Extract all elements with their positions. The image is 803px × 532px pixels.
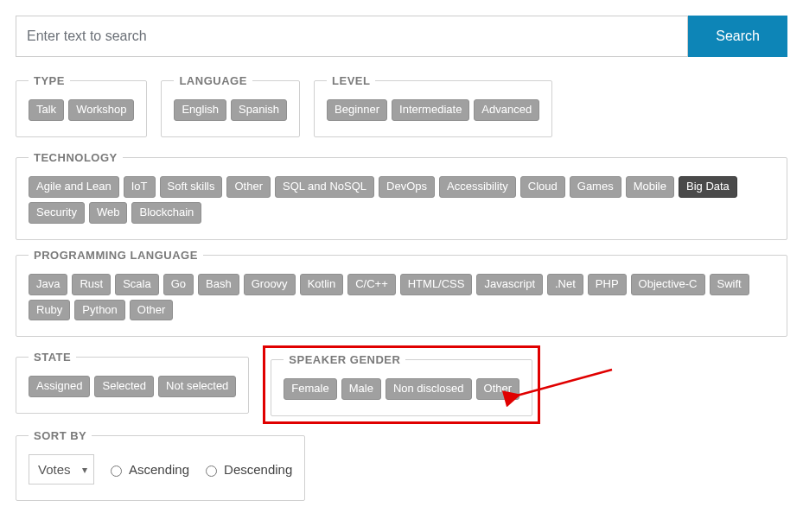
group-level: LEVEL BeginnerIntermediateAdvanced — [314, 74, 552, 137]
filter-tag[interactable]: Selected — [94, 376, 154, 397]
group-type: TYPE TalkWorkshop — [16, 74, 147, 137]
filter-tag[interactable]: Go — [163, 274, 194, 295]
filter-tag[interactable]: Bash — [198, 274, 239, 295]
filter-tag[interactable]: Agile and Lean — [29, 176, 119, 198]
group-technology: TECHNOLOGY Agile and LeanIoTSoft skillsO… — [16, 151, 787, 240]
filter-tag[interactable]: Workshop — [68, 99, 134, 121]
filter-tag[interactable]: Groovy — [244, 274, 296, 295]
tags-type: TalkWorkshop — [29, 99, 134, 121]
legend-technology: TECHNOLOGY — [29, 151, 123, 164]
search-row: Search — [16, 16, 787, 57]
filter-tag[interactable]: Advanced — [474, 99, 539, 121]
filter-tag[interactable]: Non disclosed — [386, 378, 472, 400]
filter-tag[interactable]: Female — [284, 378, 336, 400]
group-sort-by: SORT BY Votes Ascending Descending — [16, 429, 305, 501]
filter-tag[interactable]: Blockchain — [131, 202, 201, 224]
filter-tag[interactable]: Objective-C — [631, 274, 705, 295]
filter-tag[interactable]: Male — [341, 378, 381, 400]
filter-tag[interactable]: Rust — [72, 274, 111, 295]
filter-tag[interactable]: Javascript — [476, 274, 543, 295]
group-programming-language: PROGRAMMING LANGUAGE JavaRustScalaGoBash… — [16, 249, 787, 338]
tags-language: EnglishSpanish — [174, 99, 287, 121]
filter-tag[interactable]: Mobile — [626, 176, 674, 198]
filter-tag[interactable]: Games — [570, 176, 621, 198]
filter-tag[interactable]: C/C++ — [347, 274, 396, 295]
filter-tag[interactable]: Big Data — [679, 176, 737, 198]
filter-tag[interactable]: Cloud — [520, 176, 565, 198]
sort-asc-option[interactable]: Ascending — [106, 462, 189, 477]
filter-tag[interactable]: Kotlin — [300, 274, 344, 295]
legend-programming-language: PROGRAMMING LANGUAGE — [29, 249, 203, 262]
legend-sort-by: SORT BY — [29, 429, 92, 442]
sort-desc-option[interactable]: Descending — [201, 462, 292, 477]
sort-desc-label: Descending — [224, 462, 292, 477]
group-state: STATE AssignedSelectedNot selected — [16, 351, 249, 414]
filter-tag[interactable]: SQL and NoSQL — [275, 176, 374, 198]
sort-select[interactable]: Votes — [29, 454, 94, 484]
filter-tag[interactable]: Beginner — [327, 99, 387, 121]
filter-tag[interactable]: PHP — [588, 274, 627, 295]
tags-speaker-gender: FemaleMaleNon disclosedOther — [284, 378, 519, 400]
filter-tag[interactable]: HTML/CSS — [400, 274, 473, 295]
filter-tag[interactable]: Security — [29, 202, 85, 224]
tags-level: BeginnerIntermediateAdvanced — [327, 99, 539, 121]
filter-tag[interactable]: Swift — [710, 274, 749, 295]
filter-tag[interactable]: Not selected — [158, 376, 236, 397]
filter-tag[interactable]: Web — [89, 202, 128, 224]
filter-tag[interactable]: Spanish — [231, 99, 287, 121]
tags-technology: Agile and LeanIoTSoft skillsOtherSQL and… — [29, 176, 774, 224]
filter-tag[interactable]: Accessibility — [439, 176, 516, 198]
filter-tag[interactable]: DevOps — [379, 176, 435, 198]
sort-asc-label: Ascending — [129, 462, 189, 477]
filter-tag[interactable]: Intermediate — [392, 99, 469, 121]
search-button[interactable]: Search — [688, 16, 787, 57]
legend-type: TYPE — [29, 74, 70, 87]
tags-state: AssignedSelectedNot selected — [29, 376, 236, 397]
legend-speaker-gender: SPEAKER GENDER — [284, 353, 405, 366]
filter-tag[interactable]: Ruby — [29, 300, 70, 321]
filter-tag[interactable]: Talk — [29, 99, 64, 121]
sort-desc-radio[interactable] — [206, 466, 217, 477]
filter-tag[interactable]: English — [174, 99, 226, 121]
filter-tag[interactable]: Other — [130, 300, 174, 321]
group-language: LANGUAGE EnglishSpanish — [161, 74, 300, 137]
search-input[interactable] — [16, 16, 688, 57]
filter-tag[interactable]: Assigned — [29, 376, 90, 397]
legend-language: LANGUAGE — [174, 74, 252, 87]
sort-asc-radio[interactable] — [111, 466, 122, 477]
filter-tag[interactable]: .Net — [547, 274, 583, 295]
group-speaker-gender: SPEAKER GENDER FemaleMaleNon disclosedOt… — [271, 353, 532, 416]
highlight-speaker-gender: SPEAKER GENDER FemaleMaleNon disclosedOt… — [263, 345, 540, 424]
filter-tag[interactable]: Other — [226, 176, 271, 198]
legend-state: STATE — [29, 351, 76, 364]
filter-tag[interactable]: IoT — [124, 176, 156, 198]
filter-tag[interactable]: Soft skills — [160, 176, 223, 198]
filter-tag[interactable]: Python — [74, 300, 124, 321]
tags-programming-language: JavaRustScalaGoBashGroovyKotlinC/C++HTML… — [29, 274, 774, 321]
filter-tag[interactable]: Scala — [115, 274, 159, 295]
filter-tag[interactable]: Java — [29, 274, 67, 295]
filter-tag[interactable]: Other — [476, 378, 520, 400]
legend-level: LEVEL — [327, 74, 375, 87]
